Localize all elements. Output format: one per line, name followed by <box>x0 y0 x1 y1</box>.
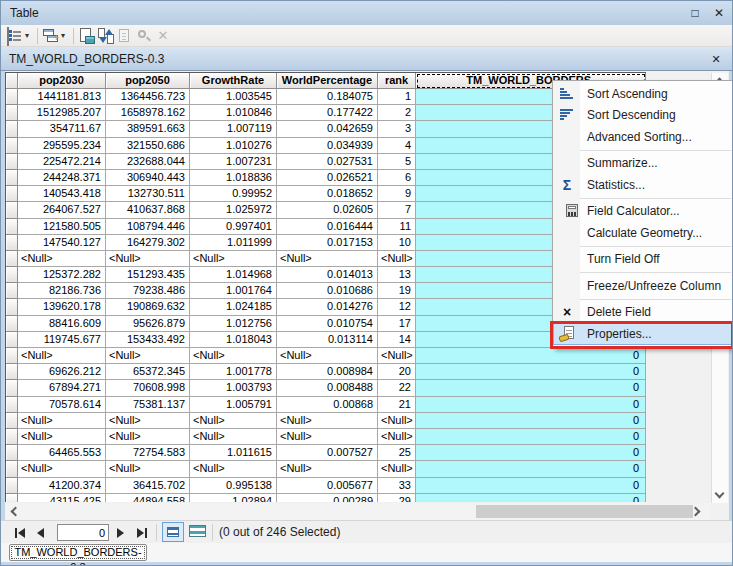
cell[interactable]: <Null> <box>190 461 277 477</box>
row-selector[interactable] <box>6 89 18 105</box>
next-record-button[interactable] <box>117 525 124 540</box>
cell[interactable]: <Null> <box>378 461 416 477</box>
menu-item-freeze-unfreeze-column[interactable]: Freeze/Unfreeze Column <box>553 275 732 297</box>
cell[interactable]: 295595.234 <box>18 138 106 154</box>
row-selector[interactable] <box>6 316 18 332</box>
cell[interactable]: 1.018043 <box>190 332 277 348</box>
cell[interactable]: <Null> <box>277 348 378 364</box>
cell[interactable]: 0.007527 <box>277 445 378 461</box>
cell[interactable]: 0.005677 <box>277 478 378 494</box>
cell[interactable]: 14 <box>378 332 416 348</box>
cell[interactable]: 151293.435 <box>106 267 190 283</box>
cell[interactable]: 65372.345 <box>106 364 190 380</box>
cell[interactable]: 1.014968 <box>190 267 277 283</box>
cell[interactable]: 0 <box>416 429 646 445</box>
close-table-icon[interactable]: ✕ <box>708 51 724 67</box>
row-selector[interactable] <box>6 105 18 121</box>
column-header-pop2050[interactable]: pop2050 <box>106 73 190 89</box>
cell[interactable]: 22 <box>378 380 416 396</box>
cell[interactable]: 1 <box>378 89 416 105</box>
cell[interactable]: 389591.663 <box>106 121 190 137</box>
cell[interactable]: <Null> <box>106 461 190 477</box>
cell[interactable]: <Null> <box>190 429 277 445</box>
cell[interactable]: <Null> <box>277 461 378 477</box>
cell[interactable]: <Null> <box>106 413 190 429</box>
cell[interactable]: 10 <box>378 235 416 251</box>
cell[interactable]: 0.010754 <box>277 316 378 332</box>
cell[interactable]: 1.018836 <box>190 170 277 186</box>
show-all-records-button[interactable] <box>162 522 184 542</box>
row-selector[interactable] <box>6 170 18 186</box>
cell[interactable]: 0 <box>416 364 646 380</box>
column-header-worldpercentage[interactable]: WorldPercentage <box>277 73 378 89</box>
cell[interactable]: 132730.511 <box>106 186 190 202</box>
cell[interactable]: 1.011615 <box>190 445 277 461</box>
horizontal-scroll-thumb[interactable] <box>476 505 693 518</box>
cell[interactable]: 147540.127 <box>18 235 106 251</box>
cell[interactable]: <Null> <box>18 348 106 364</box>
cell[interactable]: 3 <box>378 121 416 137</box>
menu-item-statistics[interactable]: ΣStatistics... <box>553 174 732 196</box>
cell[interactable]: 6 <box>378 170 416 186</box>
cell[interactable]: 225472.214 <box>18 154 106 170</box>
cell[interactable]: 0.184075 <box>277 89 378 105</box>
cell[interactable]: 0 <box>416 413 646 429</box>
cell[interactable]: 1.007231 <box>190 154 277 170</box>
cell[interactable]: 44894.558 <box>106 494 190 502</box>
cell[interactable]: <Null> <box>190 348 277 364</box>
cell[interactable]: 1.001778 <box>190 364 277 380</box>
cell[interactable]: 1.007119 <box>190 121 277 137</box>
cell[interactable]: 0.026521 <box>277 170 378 186</box>
row-selector[interactable] <box>6 461 18 477</box>
menu-item-sort-ascending[interactable]: Sort Ascending <box>553 83 732 105</box>
menu-item-turn-field-off[interactable]: Turn Field Off <box>553 249 732 271</box>
cell[interactable]: 410637.868 <box>106 202 190 218</box>
cell[interactable]: 0.016444 <box>277 219 378 235</box>
cell[interactable]: 0.042659 <box>277 121 378 137</box>
cell[interactable]: 164279.302 <box>106 235 190 251</box>
cell[interactable]: 244248.371 <box>18 170 106 186</box>
cell[interactable]: 0 <box>416 494 646 502</box>
row-selector[interactable] <box>6 348 18 364</box>
cell[interactable]: 108794.446 <box>106 219 190 235</box>
cell[interactable]: 354711.67 <box>18 121 106 137</box>
cell[interactable]: 4 <box>378 138 416 154</box>
cell[interactable]: 2 <box>378 105 416 121</box>
cell[interactable]: <Null> <box>378 413 416 429</box>
cell[interactable]: 1364456.723 <box>106 89 190 105</box>
cell[interactable]: 64465.553 <box>18 445 106 461</box>
cell[interactable]: 0.014276 <box>277 299 378 315</box>
cell[interactable]: 0.017153 <box>277 235 378 251</box>
cell[interactable]: <Null> <box>190 251 277 267</box>
cell[interactable]: 19 <box>378 283 416 299</box>
cell[interactable]: 1.003793 <box>190 380 277 396</box>
cell[interactable]: <Null> <box>18 461 106 477</box>
cell[interactable]: <Null> <box>106 348 190 364</box>
menu-item-calculate-geometry[interactable]: Calculate Geometry... <box>553 222 732 244</box>
row-selector[interactable] <box>6 478 18 494</box>
row-selector[interactable] <box>6 186 18 202</box>
cell[interactable]: 25 <box>378 445 416 461</box>
switch-selection-button[interactable] <box>98 28 114 44</box>
row-selector[interactable] <box>6 235 18 251</box>
cell[interactable]: 70578.614 <box>18 397 106 413</box>
cell[interactable]: 1441181.813 <box>18 89 106 105</box>
cell[interactable]: 0.014013 <box>277 267 378 283</box>
cell[interactable]: 1.02894 <box>190 494 277 502</box>
cell[interactable]: 0.008488 <box>277 380 378 396</box>
cell[interactable]: 1.025972 <box>190 202 277 218</box>
cell[interactable]: <Null> <box>190 413 277 429</box>
horizontal-scrollbar[interactable] <box>5 503 711 520</box>
cell[interactable]: 0 <box>416 380 646 396</box>
last-record-button[interactable] <box>137 525 147 540</box>
cell[interactable]: 72754.583 <box>106 445 190 461</box>
menu-item-field-calculator[interactable]: Field Calculator... <box>553 201 732 223</box>
cell[interactable]: 20 <box>378 364 416 380</box>
row-selector[interactable] <box>6 219 18 235</box>
cell[interactable]: 67894.271 <box>18 380 106 396</box>
row-selector[interactable] <box>6 267 18 283</box>
cell[interactable]: 1.011999 <box>190 235 277 251</box>
cell[interactable]: 153433.492 <box>106 332 190 348</box>
table-options-button[interactable]: ▾ <box>7 28 29 44</box>
cell[interactable]: 1.005791 <box>190 397 277 413</box>
